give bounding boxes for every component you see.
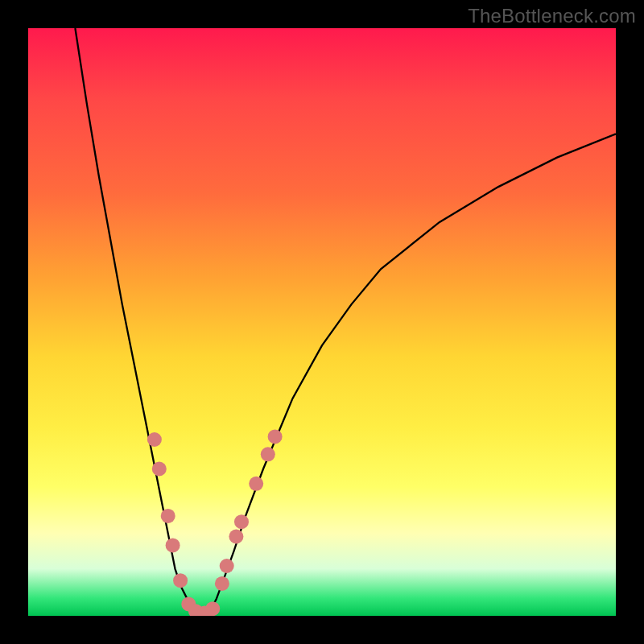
svg-point-10 (220, 559, 234, 573)
svg-point-11 (229, 530, 243, 544)
svg-point-3 (166, 538, 180, 552)
svg-point-8 (205, 601, 220, 616)
svg-point-9 (215, 576, 229, 591)
curves-layer (28, 28, 616, 616)
right-curve (204, 134, 616, 615)
svg-point-12 (234, 514, 249, 529)
sample-points (147, 429, 283, 616)
left-curve (75, 28, 204, 615)
svg-point-14 (261, 447, 275, 461)
svg-point-0 (147, 432, 162, 447)
svg-point-4 (173, 573, 188, 588)
svg-point-15 (268, 429, 283, 444)
svg-point-2 (161, 509, 175, 523)
plot-area (28, 28, 616, 616)
svg-point-13 (249, 477, 263, 491)
chart-stage: TheBottleneck.com (0, 0, 644, 644)
svg-point-1 (152, 462, 167, 477)
watermark-text: TheBottleneck.com (468, 5, 636, 27)
